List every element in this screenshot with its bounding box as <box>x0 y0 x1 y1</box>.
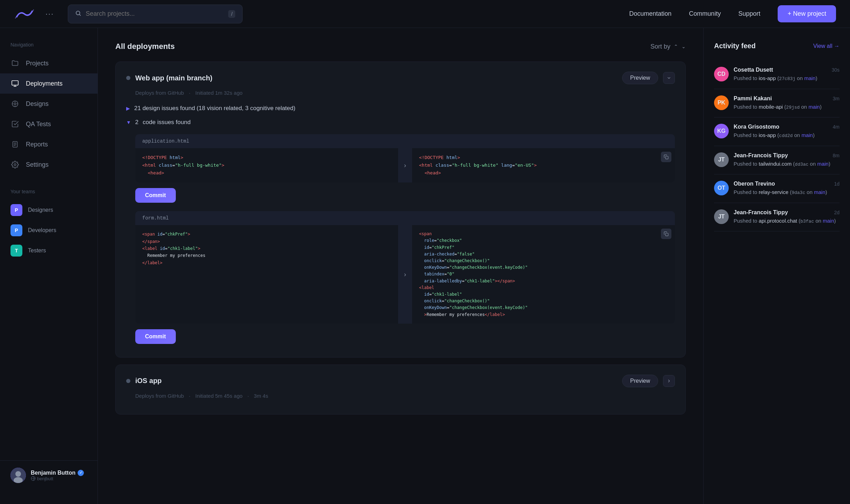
activity-user-5: Jean-Francois Tippy <box>734 209 788 216</box>
activity-user-row-0: Cosetta Dusett 30s <box>734 67 840 73</box>
activity-user-row-2: Kora Grisostomo 4m <box>734 124 840 130</box>
sidebar-item-designs[interactable]: Designs <box>0 94 98 114</box>
code-copy-button-1[interactable] <box>661 152 671 162</box>
code-diff-panels-1: <!DOCTYPE html> <html class="h-full bg-w… <box>135 148 675 182</box>
expand-triangle-icon: ▶ <box>126 106 130 111</box>
deployment-actions-webapp: Preview <box>622 72 675 84</box>
avatar-kora: KG <box>714 124 729 138</box>
activity-time-4: 1d <box>834 181 840 187</box>
page-title: All deployments <box>115 42 175 51</box>
sidebar-qa-label: QA Tests <box>26 121 51 128</box>
sidebar-designs-label: Designs <box>26 100 49 108</box>
activity-feed-title: Activity feed <box>714 42 756 50</box>
reports-icon <box>10 140 20 149</box>
deployments-header: All deployments Sort by ⌃ ⌄ <box>115 42 686 51</box>
activity-content-4: Oberon Trevino 1d Pushed to relay-servic… <box>734 181 840 196</box>
search-icon <box>75 10 81 18</box>
preview-button-ios[interactable]: Preview <box>622 375 658 387</box>
topbar-nav: Documentation Community Support + New pr… <box>629 5 836 22</box>
deploy-initiated-ios: Initiated 5m 45s ago <box>195 393 243 399</box>
code-panel-right-1: <!DOCTYPE html> <html class="h-full bg-w… <box>412 148 675 182</box>
activity-user-row-3: Jean-Francois Tippy 8m <box>734 152 840 159</box>
team-designers[interactable]: P Designers <box>10 200 87 220</box>
activity-time-5: 2d <box>834 210 840 215</box>
user-profile[interactable]: Benjamin Button ✓ benjbutt <box>0 460 98 490</box>
designs-icon <box>10 99 20 108</box>
preview-button-webapp[interactable]: Preview <box>622 72 658 84</box>
deployment-card-ios: iOS app Preview Deploys from GitHub · In… <box>115 365 686 415</box>
activity-text-2: Pushed to ios-app (cdd2d on main) <box>734 131 840 139</box>
team-developers[interactable]: P Developers <box>10 220 87 240</box>
activity-time-2: 4m <box>833 124 840 130</box>
sidebar-item-settings[interactable]: Settings <box>0 154 98 175</box>
activity-item-4: OT Oberon Trevino 1d Pushed to relay-ser… <box>714 174 840 203</box>
avatar-pammi: PK <box>714 95 729 110</box>
sort-chevron-icon: ⌃ <box>674 44 678 49</box>
deployment-name-ios: iOS app <box>135 377 162 385</box>
sidebar-item-projects[interactable]: Projects <box>0 53 98 73</box>
commit-button-2[interactable]: Commit <box>135 329 176 344</box>
deployment-meta-webapp: Deploys from GitHub · Initiated 1m 32s a… <box>135 90 675 96</box>
more-menu-button[interactable]: ··· <box>45 9 54 19</box>
code-filename-1: application.html <box>135 134 675 148</box>
deployment-header-webapp: Web app (main branch) Preview <box>126 72 675 84</box>
activity-item-0: CD Cosetta Dusett 30s Pushed to ios-app … <box>714 60 840 89</box>
search-input[interactable] <box>86 10 228 17</box>
deployment-meta-ios: Deploys from GitHub · Initiated 5m 45s a… <box>135 393 675 399</box>
activity-feed: Activity feed View all → CD Cosetta Duse… <box>703 28 850 504</box>
activity-user-4: Oberon Trevino <box>734 181 775 187</box>
deploy-initiated-webapp: Initiated 1m 32s ago <box>195 90 243 96</box>
search-bar: / <box>68 5 243 23</box>
deployment-header-ios: iOS app Preview <box>126 375 675 387</box>
expand-button-ios[interactable] <box>663 375 675 387</box>
commit-button-1[interactable]: Commit <box>135 188 176 203</box>
collapse-chevron-icon: ▼ <box>126 120 131 125</box>
svg-point-3 <box>14 103 16 105</box>
view-all-link[interactable]: View all → <box>813 43 840 49</box>
deploy-source-ios: Deploys from GitHub <box>135 393 184 399</box>
activity-text-3: Pushed to tailwindui.com (dd3ac on main) <box>734 160 840 168</box>
sidebar-item-deployments[interactable]: Deployments <box>0 73 98 94</box>
activity-feed-header: Activity feed View all → <box>714 42 840 50</box>
activity-item-1: PK Pammi Kakani 3m Pushed to mobile-api … <box>714 89 840 118</box>
user-info: Benjamin Button ✓ benjbutt <box>31 470 87 481</box>
code-diff-arrow: › <box>398 148 412 182</box>
team-avatar-developers: P <box>10 224 22 236</box>
code-copy-button-2[interactable] <box>661 229 671 239</box>
design-issues-row[interactable]: ▶ 21 design issues found (18 vision rela… <box>126 101 675 115</box>
avatar-oberon: OT <box>714 181 729 195</box>
new-project-button[interactable]: + New project <box>778 5 836 22</box>
qa-icon <box>10 120 20 129</box>
documentation-link[interactable]: Documentation <box>629 10 671 17</box>
activity-item-5: JT Jean-Francois Tippy 2d Pushed to api.… <box>714 203 840 232</box>
code-issues-label: code issues found <box>143 119 190 126</box>
activity-text-4: Pushed to relay-service (9da3c on main) <box>734 188 840 196</box>
code-issues-row[interactable]: ▼ 2 code issues found <box>126 115 675 129</box>
activity-content-2: Kora Grisostomo 4m Pushed to ios-app (cd… <box>734 124 840 139</box>
sidebar-item-reports[interactable]: Reports <box>0 134 98 154</box>
team-testers[interactable]: T Testers <box>10 240 87 261</box>
folder-icon <box>10 59 20 68</box>
community-link[interactable]: Community <box>689 10 721 17</box>
activity-item-2: KG Kora Grisostomo 4m Pushed to ios-app … <box>714 117 840 146</box>
sidebar: Navigation Projects Deployments <box>0 28 98 504</box>
deployments-icon <box>10 79 20 88</box>
sidebar-item-qa-tests[interactable]: QA Tests <box>0 114 98 134</box>
sort-by-control[interactable]: Sort by ⌃ ⌄ <box>650 43 686 50</box>
support-link[interactable]: Support <box>738 10 760 17</box>
activity-text-1: Pushed to mobile-api (29jsd on main) <box>734 103 840 111</box>
expand-button-webapp[interactable] <box>663 72 675 84</box>
topbar: ··· / Documentation Community Support + … <box>0 0 850 28</box>
search-shortcut: / <box>228 10 235 18</box>
design-issues-text: 21 design issues found (18 vision relate… <box>134 105 295 112</box>
activity-text-5: Pushed to api.protocol.chat (b3fac on ma… <box>734 217 840 225</box>
code-panel-left-2: <span id="chkPref"> </span> <label id="c… <box>135 225 398 323</box>
sort-chevron-down-icon: ⌄ <box>682 44 686 49</box>
activity-user-row-4: Oberon Trevino 1d <box>734 181 840 187</box>
deploy-dot-webapp: · <box>189 90 190 96</box>
main-layout: Navigation Projects Deployments <box>0 28 850 504</box>
settings-icon <box>10 160 20 169</box>
avatar-jf-tippy-2: JT <box>714 209 729 224</box>
user-handle: benjbutt <box>31 476 87 481</box>
code-panel-left-1: <!DOCTYPE html> <html class="h-full bg-w… <box>135 148 398 182</box>
